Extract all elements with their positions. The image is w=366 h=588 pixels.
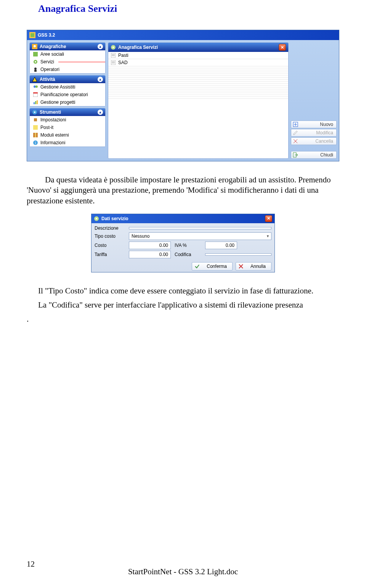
settings-icon xyxy=(32,110,37,115)
sidebar-item-informazioni[interactable]: i Informazioni xyxy=(30,139,105,147)
nuovo-button[interactable]: Nuovo xyxy=(291,121,337,128)
warning-icon xyxy=(32,77,37,82)
map-icon xyxy=(33,52,38,57)
sidebar-item-label: Informazioni xyxy=(40,140,65,145)
calendar-icon xyxy=(33,92,38,97)
sidebar-item-operatori[interactable]: Operatori xyxy=(30,66,105,73)
collapse-icon[interactable]: ▲ xyxy=(98,77,103,82)
sidebar-item-label: Gestione Assistiti xyxy=(40,84,75,90)
svg-rect-14 xyxy=(34,102,35,104)
info-icon: i xyxy=(33,140,38,145)
label-costo: Costo xyxy=(95,243,125,248)
action-label: Modifica xyxy=(316,130,333,135)
conferma-button[interactable]: Conferma xyxy=(192,262,233,271)
sidebar-item-aree-sociali[interactable]: Aree sociali xyxy=(30,50,105,58)
edit-icon xyxy=(293,130,298,135)
list-item[interactable]: Pasti xyxy=(108,52,288,59)
label-descrizione: Descrizione xyxy=(95,226,125,231)
services-list[interactable]: Pasti SAD xyxy=(108,52,288,158)
window-titlebar: GSS 3.2 xyxy=(27,30,339,40)
label-codifica: Codifica xyxy=(175,252,201,257)
section-heading: Anagrafica Servizi xyxy=(0,0,366,14)
sidebar-item-label: Post-it xyxy=(40,125,53,130)
svg-point-11 xyxy=(35,85,38,88)
chiudi-button[interactable]: Chiudi xyxy=(291,151,337,159)
delete-icon xyxy=(293,139,298,144)
chart-icon xyxy=(33,100,38,105)
page-number: 12 xyxy=(27,559,35,569)
cancella-button[interactable]: Cancella xyxy=(291,137,337,145)
sidebar-item-impostazioni[interactable]: Impostazioni xyxy=(30,116,105,124)
svg-rect-8 xyxy=(34,70,37,72)
list-item[interactable]: SAD xyxy=(108,59,288,66)
new-icon xyxy=(293,122,298,127)
users-icon xyxy=(32,44,37,49)
screenshot-main-window: GSS 3.2 Anagrafiche ▲ Ar xyxy=(27,30,339,161)
paragraph: Il "Tipo Costo" indica come deve essere … xyxy=(0,276,366,300)
tipocosto-select[interactable]: Nessuno ▼ xyxy=(129,232,271,240)
collapse-icon[interactable]: ▲ xyxy=(98,110,103,115)
iva-input[interactable]: 0.00 xyxy=(205,242,237,249)
gear-icon xyxy=(111,45,116,50)
nav-group-anagrafiche: Anagrafiche ▲ Aree sociali Servizi xyxy=(29,42,106,74)
panel-anagrafica-servizi: Anagrafica Servizi ✕ Pasti SAD xyxy=(108,42,289,159)
descrizione-input[interactable] xyxy=(129,227,271,229)
svg-point-26 xyxy=(112,47,114,48)
svg-rect-13 xyxy=(33,92,38,93)
action-label: Nuovo xyxy=(320,122,333,127)
svg-marker-9 xyxy=(32,77,37,82)
list-item xyxy=(108,97,288,99)
button-label: Annulla xyxy=(250,264,266,269)
close-button[interactable]: ✕ xyxy=(279,44,286,51)
tools-icon xyxy=(33,117,38,122)
svg-point-6 xyxy=(35,61,36,63)
label-iva: IVA % xyxy=(175,243,201,248)
costo-input[interactable]: 0.00 xyxy=(129,242,171,249)
list-item-label: Pasti xyxy=(118,53,128,58)
footer-text: StartPointNet - GSS 3.2 Light.doc xyxy=(128,567,238,576)
row-icon xyxy=(111,60,116,65)
panel-title: Anagrafica Servizi xyxy=(118,45,158,50)
tariffa-input[interactable]: 0.00 xyxy=(129,251,171,258)
sidebar-item-moduli-esterni[interactable]: Moduli esterni xyxy=(30,131,105,139)
sidebar-item-pianificazione-operatori[interactable]: Pianificazione operatori xyxy=(30,91,105,98)
person-icon xyxy=(33,67,38,72)
svg-rect-4 xyxy=(33,52,38,56)
screenshot-dialog: Dati servizio ✕ Descrizione Tipo costo N… xyxy=(91,214,275,272)
codifica-input[interactable] xyxy=(205,253,271,256)
label-tipocosto: Tipo costo xyxy=(95,234,125,239)
paragraph: Da questa videata è possibile impostare … xyxy=(0,165,366,210)
collapse-icon[interactable]: ▲ xyxy=(98,44,103,49)
svg-point-7 xyxy=(34,68,37,70)
nav-group-label: Attività xyxy=(40,77,55,82)
nav-group-strumenti: Strumenti ▲ Impostazioni Post-it xyxy=(29,108,106,147)
people-icon xyxy=(33,84,38,90)
check-icon xyxy=(194,264,200,269)
arrow-line xyxy=(58,62,106,62)
svg-text:i: i xyxy=(35,141,36,145)
list-item-label: SAD xyxy=(118,60,128,65)
sidebar: Anagrafiche ▲ Aree sociali Servizi xyxy=(29,42,106,148)
dialog-title: Dati servizio xyxy=(101,216,128,221)
svg-rect-30 xyxy=(111,60,116,65)
sidebar-item-label: Servizi xyxy=(40,59,54,64)
nav-group-attivita: Attività ▲ Gestione Assistiti Pianificaz… xyxy=(29,75,106,106)
sidebar-item-gestione-assistiti[interactable]: Gestione Assistiti xyxy=(30,83,105,91)
gear-icon xyxy=(33,59,38,64)
sidebar-item-servizi[interactable]: Servizi ▶ xyxy=(30,58,105,66)
annulla-button[interactable]: Annulla xyxy=(236,262,271,271)
svg-rect-27 xyxy=(111,53,116,58)
sidebar-item-label: Aree sociali xyxy=(40,52,64,57)
close-button[interactable]: ✕ xyxy=(265,215,272,222)
sidebar-item-label: Operatori xyxy=(40,67,59,72)
action-column: Nuovo Modifica Cancella Chiudi xyxy=(291,42,337,159)
sidebar-item-gestione-progetti[interactable]: Gestione progetti xyxy=(30,98,105,106)
paragraph: . xyxy=(0,314,366,328)
row-icon xyxy=(111,53,116,58)
exit-icon xyxy=(293,152,298,158)
action-label: Chiudi xyxy=(320,152,333,158)
sidebar-item-label: Pianificazione operatori xyxy=(40,92,88,97)
modifica-button[interactable]: Modifica xyxy=(291,129,337,137)
sidebar-item-postit[interactable]: Post-it xyxy=(30,124,105,131)
select-value: Nessuno xyxy=(132,234,149,239)
